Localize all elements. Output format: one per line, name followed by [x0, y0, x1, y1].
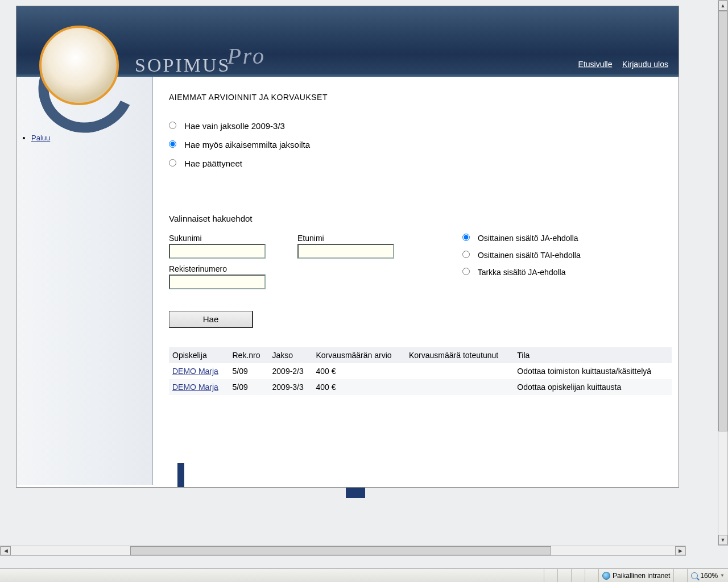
cell-status: Odottaa toimiston kuittausta/käsittelyä — [514, 363, 672, 379]
regnum-input[interactable] — [169, 275, 266, 289]
scroll-down-icon[interactable]: ▼ — [718, 535, 727, 545]
table-row: DEMO Marja 5/09 2009-3/3 400 € Odottaa o… — [169, 379, 672, 395]
sidebar-back-link[interactable]: Paluu — [31, 134, 50, 142]
logo-circle-icon — [39, 26, 119, 105]
match-radio-partial-and[interactable] — [462, 234, 470, 241]
period-radio-current[interactable] — [169, 122, 176, 129]
table-row: DEMO Marja 5/09 2009-2/3 400 € Odottaa t… — [169, 363, 672, 379]
scroll-track[interactable] — [718, 11, 727, 535]
student-link[interactable]: DEMO Marja — [172, 367, 218, 376]
body-split: Paluu AIEMMAT ARVIOINNIT JA KORVAUKSET H… — [16, 77, 679, 485]
match-radio-partial-and-label: Osittainen sisältö JA-ehdolla — [478, 234, 578, 243]
sidebar: Paluu — [16, 77, 153, 485]
col-status: Tila — [514, 347, 672, 363]
period-radio-earlier-label: Hae myös aikaisemmilta jaksoilta — [184, 140, 310, 149]
match-radio-group: Osittainen sisältö JA-ehdolla Osittainen… — [462, 234, 581, 295]
logout-link[interactable]: Kirjaudu ulos — [622, 60, 668, 69]
content: AIEMMAT ARVIOINNIT JA KORVAUKSET Hae vai… — [153, 77, 679, 485]
globe-icon — [602, 572, 610, 580]
search-button[interactable]: Hae — [169, 311, 253, 328]
status-seg — [544, 569, 557, 582]
logo-area — [39, 26, 119, 105]
match-radio-exact-and[interactable] — [462, 268, 470, 275]
period-radio-current-label: Hae vain jaksolle 2009-3/3 — [184, 121, 285, 131]
firstname-label: Etunimi — [297, 234, 394, 243]
cell-regno: 5/09 — [229, 379, 268, 395]
status-seg — [585, 569, 598, 582]
col-student: Opiskelija — [169, 347, 229, 363]
lastname-label: Sukunimi — [169, 234, 266, 243]
match-radio-partial-or-label: Osittainen sisältö TAI-ehdolla — [478, 251, 581, 260]
col-period: Jakso — [269, 347, 313, 363]
period-radio-ended[interactable] — [169, 159, 176, 167]
selection-marker-icon — [177, 463, 184, 487]
match-radio-exact-and-label: Tarkka sisältö JA-ehdolla — [478, 268, 566, 277]
header: SOPIMUSPro Etusivulle Kirjaudu ulos — [16, 6, 679, 77]
cell-est: 400 € — [313, 379, 406, 395]
zoom-seg[interactable]: 160% ▼ — [687, 569, 728, 582]
scroll-thumb[interactable] — [718, 11, 727, 431]
col-regno: Rek.nro — [229, 347, 268, 363]
app-window: SOPIMUSPro Etusivulle Kirjaudu ulos Palu… — [16, 6, 679, 488]
vertical-scrollbar[interactable]: ▲ ▼ — [718, 0, 728, 546]
col-est: Korvausmäärän arvio — [313, 347, 406, 363]
cell-est: 400 € — [313, 363, 406, 379]
logo-text: SOPIMUSPro — [135, 51, 269, 77]
status-seg — [673, 569, 687, 582]
cell-period: 2009-2/3 — [269, 363, 313, 379]
statusbar: Paikallinen intranet 160% ▼ — [0, 568, 728, 582]
scroll-left-icon[interactable]: ◀ — [1, 546, 11, 555]
optional-criteria-heading: Valinnaiset hakuehdot — [169, 214, 665, 223]
zoom-label: 160% — [700, 572, 718, 580]
logo-sub: Pro — [227, 43, 266, 69]
horizontal-scrollbar[interactable]: ◀ ▶ — [0, 546, 686, 556]
zoom-icon — [691, 572, 698, 579]
col-actual: Korvausmäärä toteutunut — [406, 347, 514, 363]
status-seg — [571, 569, 585, 582]
scroll-track[interactable] — [11, 546, 675, 555]
scroll-up-icon[interactable]: ▲ — [718, 1, 727, 11]
header-links: Etusivulle Kirjaudu ulos — [570, 60, 668, 69]
firstname-input[interactable] — [297, 244, 394, 259]
home-link[interactable]: Etusivulle — [578, 60, 613, 69]
cell-actual — [406, 363, 514, 379]
period-radio-ended-label: Hae päättyneet — [184, 159, 242, 168]
period-radio-earlier[interactable] — [169, 140, 176, 148]
cell-status: Odottaa opiskelijan kuittausta — [514, 379, 672, 395]
cell-actual — [406, 379, 514, 395]
zone-label: Paikallinen intranet — [613, 572, 670, 580]
match-radio-partial-or[interactable] — [462, 251, 470, 258]
logo-main: SOPIMUS — [135, 55, 230, 76]
zone-seg: Paikallinen intranet — [598, 569, 673, 582]
status-seg — [557, 569, 571, 582]
scroll-right-icon[interactable]: ▶ — [675, 546, 685, 555]
cell-period: 2009-3/3 — [269, 379, 313, 395]
bottom-tab-icon — [346, 488, 365, 498]
chevron-down-icon: ▼ — [720, 573, 725, 578]
scroll-thumb[interactable] — [130, 546, 551, 555]
period-radio-group: Hae vain jaksolle 2009-3/3 Hae myös aika… — [169, 121, 665, 168]
cell-regno: 5/09 — [229, 363, 268, 379]
page-title: AIEMMAT ARVIOINNIT JA KORVAUKSET — [169, 93, 665, 102]
results-table: Opiskelija Rek.nro Jakso Korvausmäärän a… — [169, 347, 672, 395]
regnum-label: Rekisterinumero — [169, 264, 394, 273]
lastname-input[interactable] — [169, 244, 266, 259]
search-form: Sukunimi Etunimi Rekisterinumero — [169, 234, 665, 295]
student-link[interactable]: DEMO Marja — [172, 383, 218, 392]
